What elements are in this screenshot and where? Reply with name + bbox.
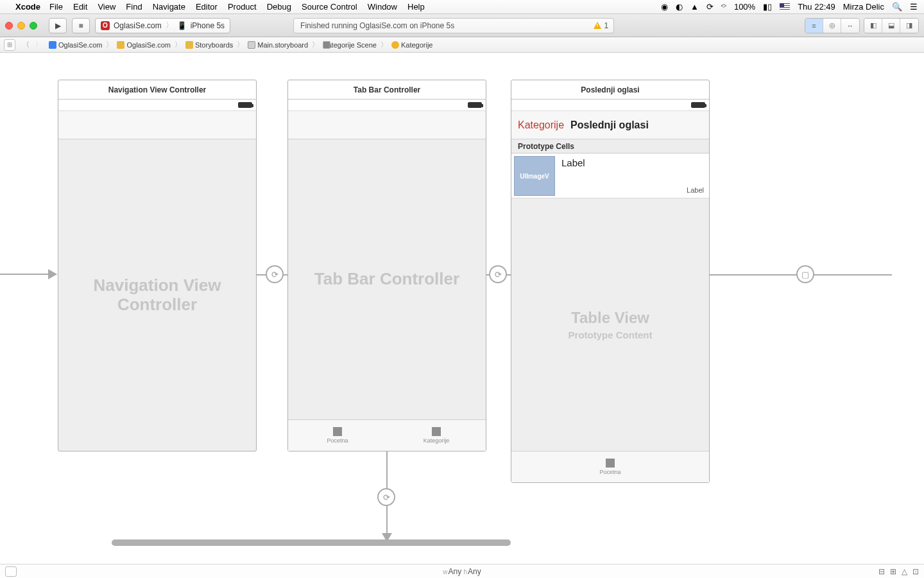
tab-pocetna[interactable]: Pocetna: [511, 451, 709, 482]
activity-status[interactable]: Finished running OglasiSe.com on iPhone …: [293, 18, 614, 33]
size-class-control[interactable]: wAny hAny: [443, 567, 481, 576]
scheme-selector[interactable]: O OglasiSe.com 〉 📱 iPhone 5s: [95, 18, 230, 33]
toggle-navigator-button[interactable]: ◧: [864, 19, 882, 33]
initial-vc-arrow-icon[interactable]: [0, 274, 56, 275]
notification-center-icon[interactable]: ☰: [910, 2, 918, 12]
menu-view[interactable]: View: [98, 2, 116, 12]
app-name[interactable]: Xcode: [15, 2, 40, 12]
menu-product[interactable]: Product: [228, 2, 257, 12]
size-class-bar: wAny hAny ⊟ ⊞ △ ⊡: [0, 564, 924, 578]
battery-icon[interactable]: ▮▯: [763, 2, 772, 12]
toggle-utilities-button[interactable]: ◨: [900, 19, 918, 33]
crumb-scene[interactable]: Kategorije Scene: [320, 41, 379, 49]
document-outline-toggle[interactable]: [5, 566, 17, 577]
navigation-bar[interactable]: [288, 111, 486, 139]
window-controls: [5, 22, 37, 30]
drive-icon[interactable]: ▲: [690, 2, 699, 12]
navigation-bar[interactable]: [58, 111, 256, 139]
scene-tab-bar-controller[interactable]: Tab Bar Controller Tab Bar Controller Po…: [287, 80, 486, 451]
scene-icon: [323, 41, 330, 49]
zoom-window-button[interactable]: [30, 22, 37, 30]
clock[interactable]: Thu 22:49: [798, 2, 835, 12]
scene-title[interactable]: Tab Bar Controller: [288, 80, 486, 100]
wifi-icon[interactable]: ⌔: [721, 2, 726, 12]
prototype-cell[interactable]: UIImageV Label Label: [511, 153, 709, 198]
tab-pocetna[interactable]: Pocetna: [288, 420, 387, 451]
placeholder-label: Tab Bar Controller: [314, 270, 459, 289]
version-editor-button[interactable]: ↔: [841, 19, 859, 33]
user-name[interactable]: Mirza Delic: [843, 2, 884, 12]
status-text: Finished running OglasiSe.com on iPhone …: [300, 21, 454, 30]
menu-source-control[interactable]: Source Control: [302, 2, 357, 12]
crumb-storyboard[interactable]: Main.storyboard: [245, 41, 311, 49]
related-items-button[interactable]: ⊞: [4, 39, 15, 51]
resolve-issues-button[interactable]: △: [902, 567, 907, 576]
prototype-cells-header: Prototype Cells: [511, 139, 709, 153]
assistant-editor-button[interactable]: ◎: [823, 19, 841, 33]
jump-forward-button[interactable]: 〉: [32, 40, 45, 49]
jump-back-button[interactable]: 〈: [19, 40, 32, 49]
warning-icon: [594, 22, 601, 29]
menu-navigate[interactable]: Navigate: [153, 2, 185, 12]
tab-icon: [333, 427, 342, 436]
pin-button[interactable]: ⊞: [890, 567, 896, 576]
relationship-segue-icon[interactable]: ⟳: [489, 265, 507, 283]
stop-button[interactable]: ■: [72, 18, 90, 33]
crumb-folder[interactable]: Storyboards: [183, 41, 235, 49]
menu-find[interactable]: Find: [126, 2, 142, 12]
scene-navigation-controller[interactable]: Navigation View Controller Navigation Vi…: [58, 80, 257, 451]
jump-bar: ⊞ 〈 〉 OglasiSe.com〉 OglasiSe.com〉 Storyb…: [0, 37, 924, 53]
tab-kategorije[interactable]: Kategorije: [387, 420, 486, 451]
input-flag-icon[interactable]: [780, 3, 790, 10]
battery-icon: [468, 102, 482, 108]
scene-poslednji-oglasi[interactable]: Poslednji oglasi Kategorije Poslednji og…: [511, 80, 710, 483]
issues-indicator[interactable]: 1: [594, 21, 608, 30]
resizing-button[interactable]: ⊡: [912, 567, 919, 576]
project-icon: [49, 41, 56, 49]
viewcontroller-icon: [391, 41, 399, 49]
editor-mode-segmented[interactable]: ≡ ◎ ↔: [805, 18, 860, 33]
align-button[interactable]: ⊟: [878, 567, 885, 576]
menu-debug[interactable]: Debug: [267, 2, 291, 12]
nav-title[interactable]: Poslednji oglasi: [570, 119, 649, 131]
nav-back-button[interactable]: Kategorije: [518, 119, 564, 131]
statusbar: [58, 100, 256, 111]
navigation-bar[interactable]: Kategorije Poslednji oglasi: [511, 111, 709, 139]
dnd-icon[interactable]: ◐: [676, 2, 683, 12]
viber-icon[interactable]: ◉: [661, 2, 668, 12]
scene-title[interactable]: Poslednji oglasi: [511, 80, 709, 100]
relationship-segue-icon[interactable]: ⟳: [377, 488, 395, 506]
placeholder-subtitle: Prototype Content: [569, 329, 653, 340]
uiimageview-placeholder[interactable]: UIImageV: [514, 156, 555, 196]
run-button[interactable]: ▶: [49, 18, 67, 33]
warning-count: 1: [604, 21, 608, 30]
minimize-window-button[interactable]: [17, 22, 25, 30]
scene-title[interactable]: Navigation View Controller: [58, 80, 256, 100]
tab-bar[interactable]: Pocetna: [511, 451, 709, 482]
standard-editor-button[interactable]: ≡: [805, 19, 823, 33]
tab-bar[interactable]: Pocetna Kategorije: [288, 419, 486, 451]
menu-window[interactable]: Window: [368, 2, 397, 12]
panel-toggle-segmented[interactable]: ◧ ⬓ ◨: [864, 18, 919, 33]
toggle-debug-button[interactable]: ⬓: [882, 19, 900, 33]
scheme-app-icon: O: [101, 21, 110, 30]
cell-title-label[interactable]: Label: [561, 157, 585, 168]
crumb-viewcontroller[interactable]: Kategorije: [389, 41, 436, 49]
menu-help[interactable]: Help: [407, 2, 425, 12]
menu-editor[interactable]: Editor: [196, 2, 218, 12]
show-segue-icon[interactable]: ▢: [796, 265, 814, 283]
sync-icon[interactable]: ⟳: [706, 2, 714, 12]
menu-edit[interactable]: Edit: [73, 2, 87, 12]
crumb-project[interactable]: OglasiSe.com: [46, 41, 105, 49]
spotlight-icon[interactable]: 🔍: [892, 2, 902, 12]
horizontal-scrollbar[interactable]: [112, 539, 511, 546]
storyboard-canvas[interactable]: Navigation View Controller Navigation Vi…: [0, 53, 924, 564]
relationship-segue-icon[interactable]: ⟳: [266, 265, 284, 283]
crumb-group[interactable]: OglasiSe.com: [114, 41, 173, 49]
cell-detail-label[interactable]: Label: [687, 186, 704, 194]
xcode-toolbar: ▶ ■ O OglasiSe.com 〉 📱 iPhone 5s Finishe…: [0, 14, 924, 37]
close-window-button[interactable]: [5, 22, 13, 30]
tab-icon: [606, 459, 615, 468]
menu-file[interactable]: File: [49, 2, 63, 12]
statusbar: [511, 100, 709, 111]
